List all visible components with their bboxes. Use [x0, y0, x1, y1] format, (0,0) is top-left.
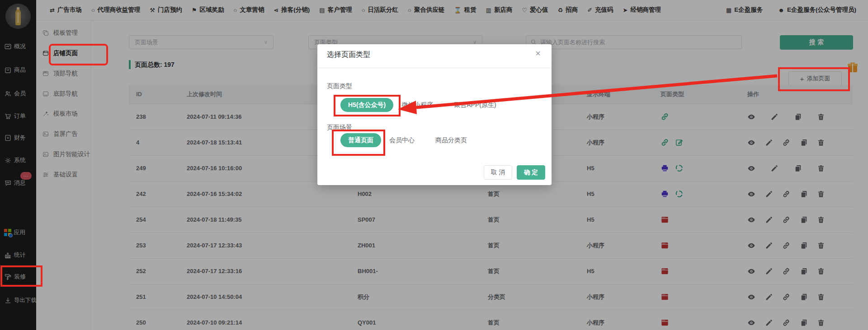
modal-option[interactable]: 会员中心 — [389, 136, 415, 144]
close-icon[interactable]: × — [535, 49, 541, 58]
modal-option[interactable]: 微信小程序 — [401, 101, 433, 109]
cancel-button[interactable]: 取 消 — [484, 165, 512, 180]
page-type-options: H5(含公众号) 微信小程序 聚合APP(原生) — [340, 98, 496, 112]
page-scene-options: 普通页面 会员中心 商品分类页 — [340, 133, 467, 147]
modal-divider — [317, 68, 552, 68]
modal-option[interactable]: 普通页面 — [340, 133, 381, 147]
page-type-label: 页面类型 — [327, 82, 352, 90]
modal-option[interactable]: 聚合APP(原生) — [454, 101, 496, 109]
app-window: ⇄ 广告市场 ○ 代理商收益管理 ⚒ 门店预约 ⚑ 区域奖励 ○ 文章营销 ⋖ … — [0, 0, 868, 330]
confirm-button[interactable]: 确 定 — [517, 165, 545, 180]
modal-option[interactable]: 商品分类页 — [435, 136, 467, 144]
select-page-type-modal: 选择页面类型 × 页面类型 H5(含公众号) 微信小程序 聚合APP(原生) 页… — [317, 44, 552, 185]
modal-title: 选择页面类型 — [327, 50, 370, 60]
page-scene-label: 页面场景 — [327, 124, 352, 132]
modal-option[interactable]: H5(含公众号) — [340, 98, 393, 112]
